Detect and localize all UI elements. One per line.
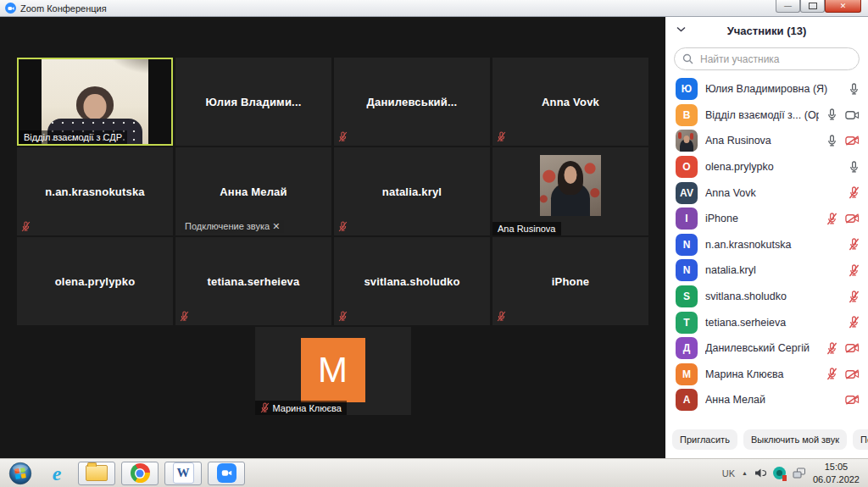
mic-on-icon xyxy=(849,161,860,174)
window-title: Zoom Конференция xyxy=(20,3,107,14)
minimize-button[interactable]: — xyxy=(776,0,800,13)
avatar: M xyxy=(676,363,698,385)
participant-row[interactable]: AАнна Мелай xyxy=(665,387,868,413)
video-row: MМарина Клюєва xyxy=(0,327,665,415)
video-tile[interactable]: natalia.kryl xyxy=(334,147,490,235)
mic-on-icon xyxy=(826,108,837,121)
participant-name: iPhone xyxy=(705,213,819,224)
video-row: n.an.krasnokutskaАнна МелайПодключение з… xyxy=(0,147,665,235)
main-area: Відділ взаємодії з СДРЮлия Владими...Дан… xyxy=(0,17,868,458)
camera-muted-icon xyxy=(845,395,860,405)
video-tile[interactable]: iPhone xyxy=(492,237,648,325)
speaker-icon[interactable] xyxy=(754,468,766,479)
participant-name: svitlana.sholudko xyxy=(705,291,841,302)
mic-muted-icon xyxy=(338,221,348,232)
mic-muted-icon xyxy=(849,291,860,303)
video-tile[interactable]: Ana Rusinova xyxy=(492,147,648,235)
close-button[interactable]: ✕ xyxy=(825,0,861,13)
taskbar: e W UK ▲ 15:05 06.07.2022 xyxy=(0,458,868,487)
taskbar-ie-button[interactable]: e xyxy=(42,461,72,486)
taskbar-clock[interactable]: 15:05 06.07.2022 xyxy=(813,461,860,485)
participant-row[interactable]: AVAnna Vovk xyxy=(665,180,868,206)
video-tile[interactable]: Анна МелайПодключение звука ✕ xyxy=(175,147,331,235)
video-row: Відділ взаємодії з СДРЮлия Владими...Дан… xyxy=(0,58,665,146)
mic-on-icon xyxy=(826,135,837,147)
participant-row[interactable]: Oolena.prylypko xyxy=(665,154,868,180)
folder-icon xyxy=(86,465,108,481)
participant-name-label: iPhone xyxy=(492,237,648,325)
participant-name-label: Відділ взаємодії з СДР xyxy=(19,130,127,144)
search-input[interactable] xyxy=(674,47,860,70)
video-tile[interactable]: Данилевський... xyxy=(334,58,490,146)
window-controls: — ✕ xyxy=(776,0,861,13)
video-tile[interactable]: n.an.krasnokutska xyxy=(17,147,173,235)
participant-name-label: olena.prylypko xyxy=(17,237,173,325)
mic-muted-icon xyxy=(21,221,31,232)
video-row: olena.prylypkotetiana.serheievasvitlana.… xyxy=(0,237,665,325)
mic-muted-icon xyxy=(338,311,348,322)
network-icon[interactable] xyxy=(793,468,806,479)
avatar xyxy=(540,155,601,216)
video-tile[interactable]: Відділ взаємодії з СДР xyxy=(17,58,173,146)
participant-name-label: Юлия Владими... xyxy=(175,58,331,146)
mic-muted-icon xyxy=(826,368,837,380)
video-tile[interactable]: tetiana.serheieva xyxy=(175,237,331,325)
participant-name: olena.prylypko xyxy=(705,161,841,173)
maximize-icon xyxy=(809,3,817,9)
video-tile[interactable]: Юлия Владими... xyxy=(175,58,331,146)
participant-row[interactable]: Ana Rusinova xyxy=(665,128,868,154)
participant-row[interactable]: ДДанилевський Сергій xyxy=(665,335,868,362)
word-icon: W xyxy=(173,462,194,484)
participant-row[interactable]: MМарина Клюєва xyxy=(665,362,868,388)
mic-muted-icon xyxy=(849,186,860,199)
participant-row[interactable]: Nnatalia.kryl xyxy=(665,257,868,284)
raise-hand-button[interactable]: Поднять руку xyxy=(853,429,868,450)
video-tile[interactable]: MМарина Клюєва xyxy=(255,327,411,415)
avatar: M xyxy=(301,338,365,402)
participants-header: Участники (13) xyxy=(665,17,868,44)
zoom-app-icon xyxy=(5,3,16,14)
participant-row[interactable]: Ssvitlana.sholudko xyxy=(665,284,868,310)
title-bar: Zoom Конференция — ✕ xyxy=(0,0,868,17)
system-tray: UK ▲ 15:05 06.07.2022 xyxy=(722,461,863,485)
participant-name-label: Anna Vovk xyxy=(492,58,648,146)
taskbar-word-button[interactable]: W xyxy=(164,462,202,485)
participant-name: Відділ взаємодії з... (Организатор) xyxy=(705,109,819,121)
camera-on-icon xyxy=(845,110,860,120)
start-button[interactable] xyxy=(5,461,36,486)
video-tile[interactable]: svitlana.sholudko xyxy=(334,237,490,325)
tray-app-icon[interactable] xyxy=(773,467,786,479)
search-icon xyxy=(682,53,693,64)
mic-muted-icon xyxy=(497,311,506,322)
avatar: Ю xyxy=(676,78,698,100)
language-indicator[interactable]: UK xyxy=(722,468,735,479)
mic-muted-icon xyxy=(826,342,837,355)
taskbar-zoom-button[interactable] xyxy=(208,462,245,485)
chrome-icon xyxy=(131,463,150,483)
participant-row[interactable]: ЮЮлия Владимировна (Я) xyxy=(665,76,868,102)
show-hidden-icons[interactable]: ▲ xyxy=(742,470,748,476)
participant-name-label: n.an.krasnokutska xyxy=(17,147,173,235)
participant-row[interactable]: IiPhone xyxy=(665,206,868,232)
mute-my-audio-button[interactable]: Выключить мой звук xyxy=(743,429,847,450)
taskbar-chrome-button[interactable] xyxy=(121,462,159,485)
participant-name-label: Ana Rusinova xyxy=(492,222,561,235)
chevron-down-icon[interactable] xyxy=(676,26,686,32)
invite-button[interactable]: Пригласить xyxy=(672,429,737,450)
participant-row[interactable]: Nn.an.krasnokutska xyxy=(665,232,868,258)
video-tile[interactable]: olena.prylypko xyxy=(17,237,173,325)
maximize-button[interactable] xyxy=(800,0,825,13)
clock-time: 15:05 xyxy=(813,461,860,473)
participant-name: Данилевський Сергій xyxy=(705,342,819,354)
mic-muted-icon xyxy=(338,131,348,142)
participant-row[interactable]: Ttetiana.serheieva xyxy=(665,309,868,335)
taskbar-explorer-button[interactable] xyxy=(78,462,115,485)
avatar: T xyxy=(676,312,698,334)
avatar: A xyxy=(676,389,698,411)
panel-footer: Пригласить Выключить мой звук Поднять ру… xyxy=(665,423,868,458)
participant-name: n.an.krasnokutska xyxy=(705,239,841,251)
video-tile[interactable]: Anna Vovk xyxy=(492,58,648,146)
participant-name-label: tetiana.serheieva xyxy=(175,237,331,325)
avatar: N xyxy=(676,259,698,281)
participant-row[interactable]: ВВідділ взаємодії з... (Организатор) xyxy=(665,102,868,129)
